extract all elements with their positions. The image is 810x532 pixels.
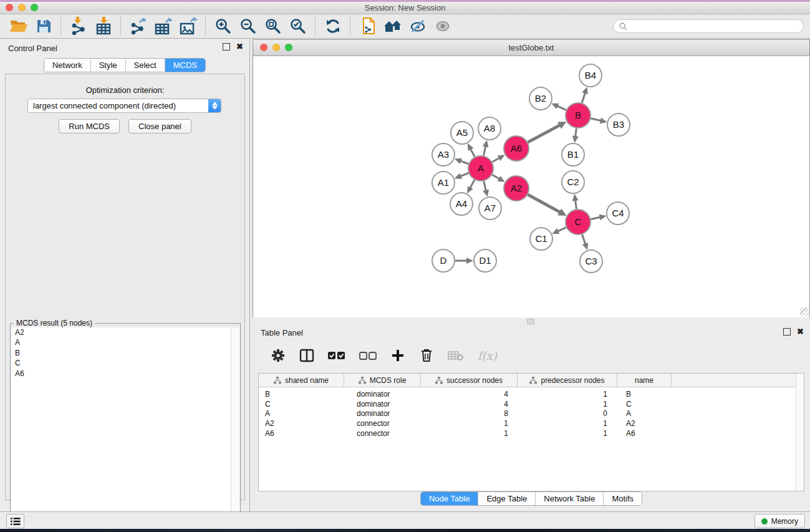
zoom-out-icon[interactable] (236, 16, 261, 37)
import-table-icon[interactable] (91, 16, 116, 37)
edge-A6-B[interactable] (528, 122, 567, 142)
graph-node-C2[interactable]: C2 (562, 171, 584, 193)
table-scrollbar[interactable] (796, 374, 804, 491)
edge-A-A7[interactable] (483, 181, 489, 196)
float-panel-icon[interactable] (223, 43, 230, 51)
task-history-button[interactable] (6, 514, 24, 528)
column-header-predecessor-nodes[interactable]: predecessor nodes (518, 374, 617, 387)
edge-A-A1[interactable] (455, 173, 469, 179)
tab-style[interactable]: Style (91, 59, 126, 72)
table-row[interactable]: A6connector11A6 (259, 429, 804, 439)
graph-node-C[interactable]: C (566, 210, 591, 235)
graph-node-A5[interactable]: A5 (451, 122, 473, 144)
zoom-fit-icon[interactable] (261, 16, 286, 37)
mcds-result-item[interactable]: A6 (11, 369, 239, 379)
column-header-shared-name[interactable]: shared name (259, 374, 344, 387)
save-session-icon[interactable] (31, 16, 56, 37)
edge-A-A4[interactable] (467, 180, 475, 193)
graph-node-A3[interactable]: A3 (432, 143, 455, 166)
edge-A-A2[interactable] (492, 175, 504, 181)
mcds-result-item[interactable]: A2 (11, 327, 239, 337)
graph-node-A1[interactable]: A1 (432, 172, 455, 194)
zoom-window-button[interactable] (31, 4, 38, 11)
select-all-icon[interactable] (328, 346, 345, 365)
edge-C-C2[interactable] (572, 194, 579, 209)
edge-C-C4[interactable] (591, 215, 607, 221)
export-table-icon[interactable] (151, 16, 176, 37)
graph-node-A6[interactable]: A6 (504, 136, 529, 161)
home-icon[interactable] (380, 16, 405, 37)
criterion-dropdown[interactable]: largest connected component (directed) (27, 99, 221, 113)
tab-motifs[interactable]: Motifs (604, 492, 642, 505)
edge-C-C3[interactable] (582, 235, 589, 250)
tab-node-table[interactable]: Node Table (421, 492, 479, 505)
edge-A-A8[interactable] (483, 140, 489, 156)
open-session-icon[interactable] (6, 16, 31, 37)
edge-D-D1[interactable] (455, 258, 473, 264)
graph-node-C3[interactable]: C3 (580, 250, 602, 273)
table-row[interactable]: Bdominator41B (259, 390, 804, 400)
float-table-panel-icon[interactable] (783, 328, 791, 336)
graph-node-B[interactable]: B (566, 103, 591, 128)
tab-edge-table[interactable]: Edge Table (478, 492, 536, 505)
edge-C-C1[interactable] (552, 228, 566, 234)
edge-B-B4[interactable] (582, 87, 588, 103)
graph-node-B4[interactable]: B4 (579, 64, 602, 87)
graph-node-D[interactable]: D (432, 249, 455, 272)
graph-node-A7[interactable]: A7 (479, 197, 501, 220)
show-all-icon[interactable] (430, 16, 455, 37)
function-builder-icon[interactable]: f(x) (478, 346, 497, 365)
graph-node-A[interactable]: A (468, 156, 493, 181)
mcds-result-item[interactable]: C (11, 358, 239, 368)
columns-icon[interactable] (299, 346, 314, 365)
apply-layout-icon[interactable] (321, 16, 345, 37)
graph-node-C1[interactable]: C1 (530, 228, 552, 250)
minimize-window-button[interactable] (18, 4, 26, 11)
column-header-name[interactable]: name (617, 374, 672, 387)
edge-A-A5[interactable] (468, 143, 475, 157)
graph-node-C4[interactable]: C4 (607, 202, 629, 225)
graph-node-B2[interactable]: B2 (529, 87, 552, 110)
mcds-list-scrollbar[interactable] (231, 327, 239, 532)
close-panel-icon[interactable]: ✖ (236, 43, 243, 51)
tab-network-table[interactable]: Network Table (536, 492, 604, 505)
graph-node-B1[interactable]: B1 (562, 143, 584, 166)
graph-node-D1[interactable]: D1 (474, 249, 496, 272)
network-minimize-button[interactable] (272, 44, 280, 51)
column-header-mcds-role[interactable]: MCDS role (344, 374, 421, 387)
search-input[interactable] (631, 21, 798, 31)
add-column-icon[interactable] (390, 346, 405, 365)
run-mcds-button[interactable]: Run MCDS (59, 119, 120, 133)
graph-node-A4[interactable]: A4 (450, 193, 473, 215)
network-close-button[interactable] (260, 44, 268, 51)
tab-mcds[interactable]: MCDS (165, 59, 205, 72)
destroy-table-icon[interactable] (448, 346, 464, 365)
close-window-button[interactable] (6, 4, 13, 11)
mcds-result-list[interactable]: A2ABCA6 (11, 327, 239, 532)
network-window-titlebar[interactable]: testGlobe.txt (253, 40, 809, 56)
table-row[interactable]: A2connector11A2 (259, 419, 804, 429)
export-image-icon[interactable] (176, 16, 201, 37)
network-from-clipboard-icon[interactable] (355, 16, 380, 37)
edge-B-B2[interactable] (551, 104, 566, 110)
table-row[interactable]: Adominator80A (259, 409, 804, 419)
close-panel-button[interactable]: Close panel (128, 119, 191, 133)
close-table-panel-icon[interactable]: ✖ (797, 328, 804, 336)
mcds-result-item[interactable]: B (11, 348, 239, 358)
window-resize-grip[interactable] (800, 307, 809, 316)
zoom-in-icon[interactable] (211, 16, 236, 37)
edge-B-B1[interactable] (572, 128, 579, 143)
zoom-selected-icon[interactable] (286, 16, 311, 37)
network-zoom-button[interactable] (285, 44, 292, 51)
graph-node-B3[interactable]: B3 (607, 114, 630, 136)
gear-icon[interactable] (271, 346, 286, 365)
split-pane-handle[interactable] (527, 319, 534, 324)
hide-selected-icon[interactable] (405, 16, 430, 37)
deselect-all-icon[interactable] (359, 346, 377, 365)
edge-B-B3[interactable] (591, 117, 607, 123)
mcds-result-item[interactable]: A (11, 337, 239, 347)
network-canvas[interactable]: B4B2BB3A5A8A6A3B1AA1C2A2A4A7C4CC1C3DD1 (253, 56, 809, 317)
export-network-icon[interactable] (126, 16, 151, 37)
import-network-icon[interactable] (66, 16, 91, 37)
graph-node-A2[interactable]: A2 (504, 176, 529, 201)
